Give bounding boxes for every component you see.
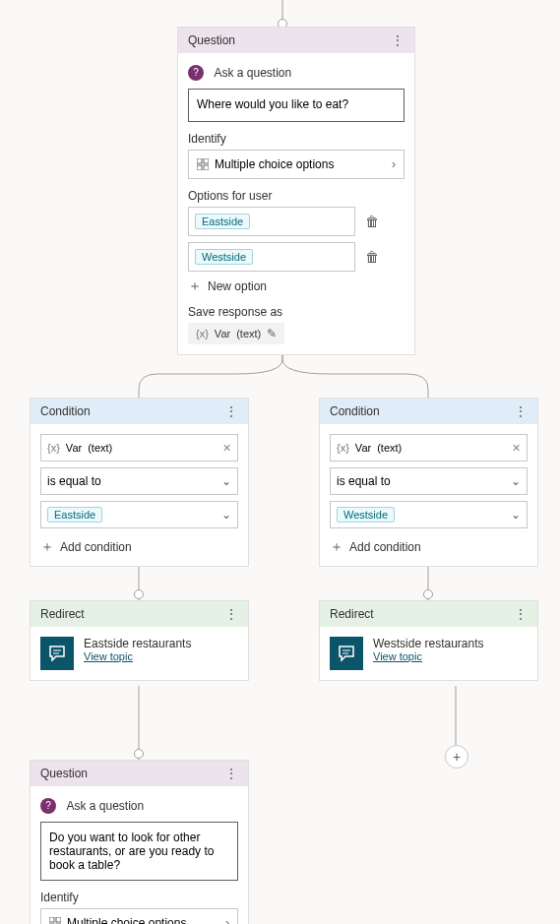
node-header: Redirect ⋮: [31, 601, 248, 627]
svg-rect-8: [49, 917, 54, 922]
identify-value: Multiple choice options: [215, 157, 334, 171]
svg-rect-9: [56, 917, 61, 922]
svg-rect-1: [204, 158, 209, 163]
save-response-label: Save response as: [188, 305, 404, 319]
option-chip: Eastside: [195, 214, 250, 229]
operator-value: is equal to: [47, 474, 101, 488]
question-node-1: Question ⋮ ? Ask a question Where would …: [177, 27, 415, 355]
more-icon[interactable]: ⋮: [514, 404, 528, 418]
view-topic-link[interactable]: View topic: [373, 650, 484, 662]
variable-pill[interactable]: {x} Var (text) ✎: [188, 323, 284, 344]
more-icon[interactable]: ⋮: [224, 404, 238, 418]
value-chip: Westside: [337, 507, 395, 523]
svg-rect-3: [204, 165, 209, 170]
identify-label: Identify: [188, 132, 404, 146]
ask-question-label: Ask a question: [214, 66, 291, 80]
add-condition-label: Add condition: [349, 540, 421, 554]
value-chip: Eastside: [47, 507, 102, 523]
variable-name: Var: [215, 328, 230, 339]
topic-icon: [330, 637, 363, 670]
plus-icon: +: [453, 749, 461, 765]
question-icon: ?: [40, 798, 56, 814]
variable-icon: {x}: [196, 328, 209, 339]
node-title: Condition: [330, 404, 380, 418]
condition-variable[interactable]: {x} Var (text) ✕: [40, 434, 238, 462]
delete-icon[interactable]: 🗑: [365, 214, 379, 229]
variable-name: Var: [355, 442, 371, 454]
chevron-right-icon: ›: [392, 157, 396, 171]
multiple-choice-icon: [197, 158, 209, 170]
question-icon: ?: [188, 65, 204, 81]
variable-icon: {x}: [337, 442, 349, 454]
variable-type: (text): [236, 328, 261, 339]
identify-value: Multiple choice options: [67, 916, 186, 924]
add-condition-button[interactable]: ＋ Add condition: [330, 538, 528, 556]
ask-question-label: Ask a question: [66, 799, 144, 813]
node-title: Condition: [40, 404, 91, 418]
view-topic-link[interactable]: View topic: [84, 650, 191, 662]
question-node-2: Question ⋮ ? Ask a question Do you want …: [30, 760, 249, 924]
topic-icon: [40, 637, 74, 670]
more-icon[interactable]: ⋮: [514, 607, 528, 621]
node-title: Question: [40, 767, 88, 780]
ask-question-row: ? Ask a question: [188, 63, 404, 81]
value-select[interactable]: Westside ⌄: [330, 501, 528, 528]
plus-icon: ＋: [40, 538, 54, 556]
option-row-2: Westside 🗑: [188, 242, 404, 272]
new-option-label: New option: [208, 279, 267, 293]
ask-question-row: ? Ask a question: [40, 796, 238, 814]
operator-select[interactable]: is equal to ⌄: [40, 467, 238, 495]
option-chip: Westside: [195, 249, 253, 265]
delete-icon[interactable]: 🗑: [365, 249, 379, 265]
condition-variable[interactable]: {x} Var (text) ✕: [330, 434, 528, 462]
more-icon[interactable]: ⋮: [224, 607, 238, 621]
new-option-button[interactable]: ＋ New option: [188, 277, 404, 295]
more-icon[interactable]: ⋮: [391, 33, 404, 47]
identify-select[interactable]: Multiple choice options ›: [188, 150, 404, 179]
more-icon[interactable]: ⋮: [224, 767, 238, 780]
svg-rect-0: [197, 158, 202, 163]
identify-select[interactable]: Multiple choice options ›: [40, 908, 238, 924]
option-input-2[interactable]: Westside: [188, 242, 355, 272]
add-condition-button[interactable]: ＋ Add condition: [40, 538, 238, 556]
node-header: Condition ⋮: [320, 399, 537, 424]
node-header: Question ⋮: [31, 761, 248, 786]
option-input-1[interactable]: Eastside: [188, 207, 355, 236]
operator-select[interactable]: is equal to ⌄: [330, 467, 528, 495]
edit-icon[interactable]: ✎: [267, 327, 277, 340]
node-header: Redirect ⋮: [320, 601, 537, 627]
node-title: Question: [188, 33, 235, 47]
chevron-right-icon: ›: [225, 916, 229, 924]
variable-type: (text): [88, 442, 112, 454]
option-row-1: Eastside 🗑: [188, 207, 404, 236]
add-condition-label: Add condition: [60, 540, 132, 554]
node-header: Condition ⋮: [31, 399, 248, 424]
redirect-title: Westside restaurants: [373, 637, 484, 650]
variable-type: (text): [377, 442, 402, 454]
svg-rect-2: [197, 165, 202, 170]
add-node-button[interactable]: +: [445, 745, 468, 769]
operator-value: is equal to: [337, 474, 391, 488]
value-select[interactable]: Eastside ⌄: [40, 501, 238, 528]
condition-node-2: Condition ⋮ {x} Var (text) ✕ is equal to…: [319, 398, 538, 567]
clear-icon[interactable]: ✕: [512, 442, 521, 455]
plus-icon: ＋: [188, 277, 202, 295]
question-text-input[interactable]: Do you want to look for other restaurant…: [40, 822, 238, 881]
redirect-node-2: Redirect ⋮ Westside restaurants View top…: [319, 600, 538, 681]
question-text-input[interactable]: Where would you like to eat?: [188, 89, 404, 122]
chevron-down-icon: ⌄: [221, 508, 231, 522]
options-label: Options for user: [188, 189, 404, 203]
node-title: Redirect: [330, 607, 374, 621]
redirect-node-1: Redirect ⋮ Eastside restaurants View top…: [30, 600, 249, 681]
redirect-title: Eastside restaurants: [84, 637, 191, 650]
chevron-down-icon: ⌄: [221, 474, 231, 488]
node-header: Question ⋮: [178, 28, 414, 53]
chevron-down-icon: ⌄: [511, 508, 521, 522]
node-title: Redirect: [40, 607, 85, 621]
chevron-down-icon: ⌄: [511, 474, 521, 488]
plus-icon: ＋: [330, 538, 343, 556]
clear-icon[interactable]: ✕: [222, 442, 231, 455]
variable-icon: {x}: [47, 442, 60, 454]
variable-name: Var: [66, 442, 82, 454]
identify-label: Identify: [40, 891, 238, 904]
